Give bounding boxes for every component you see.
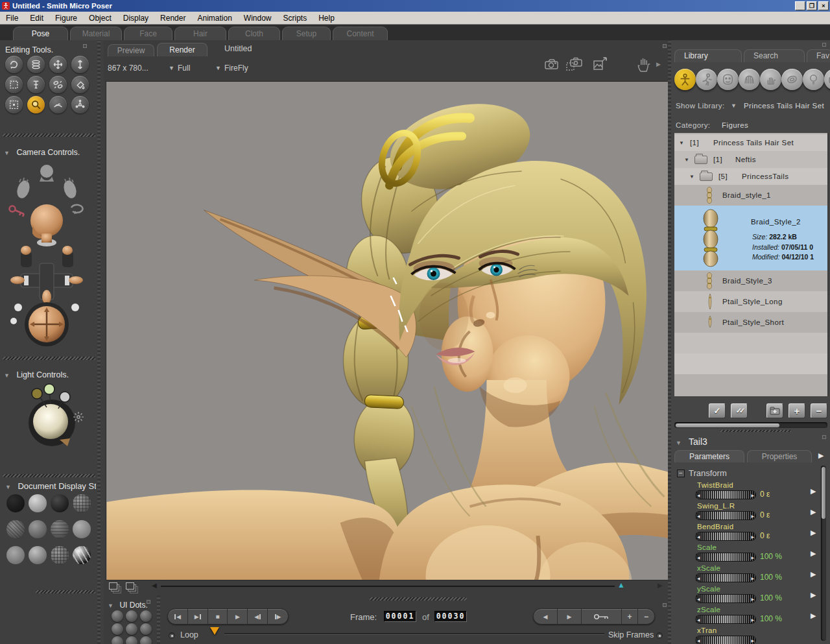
panel-widget-icon[interactable] xyxy=(663,603,667,607)
category-cameras-icon[interactable] xyxy=(824,69,830,90)
sun-icon[interactable] xyxy=(73,411,84,423)
camera-controls-header[interactable]: ▼ Camera Controls. xyxy=(4,146,80,158)
prev-key-button[interactable]: ◀ xyxy=(534,609,558,624)
camera-controls-cluster[interactable] xyxy=(6,161,94,352)
menu-window[interactable]: Window xyxy=(238,14,278,23)
param-dial[interactable]: ◀▶ xyxy=(696,532,755,540)
playback-rate-marker[interactable] xyxy=(210,627,219,635)
total-frames-field[interactable]: 00030 xyxy=(434,611,467,622)
tracking-icon[interactable] xyxy=(126,582,134,590)
param-dial[interactable]: ◀▶ xyxy=(696,636,755,644)
style-flat-lined[interactable] xyxy=(51,520,69,538)
ui-dot-8[interactable] xyxy=(126,636,137,644)
panel-divider[interactable] xyxy=(97,40,101,644)
skip-frames-radio[interactable] xyxy=(656,632,663,639)
param-dial[interactable]: ◀▶ xyxy=(696,574,755,582)
category-poses-icon[interactable] xyxy=(696,69,717,90)
category-hands-icon[interactable] xyxy=(760,69,781,90)
style-hidden-line[interactable] xyxy=(73,494,91,512)
param-value[interactable]: 100 % xyxy=(760,614,782,623)
panel-widget-icon[interactable] xyxy=(822,435,826,439)
tab-overflow-arrow[interactable]: ▶ xyxy=(818,451,824,460)
param-value[interactable]: 0 ε xyxy=(760,531,770,540)
param-menu-arrow[interactable]: ▶ xyxy=(811,591,816,599)
category-hair-icon[interactable] xyxy=(739,69,760,90)
panel-separator[interactable] xyxy=(3,134,95,137)
tool-taper[interactable] xyxy=(27,76,45,93)
add-to-library-button[interactable]: + xyxy=(788,403,805,418)
param-dial[interactable]: ◀▶ xyxy=(696,512,755,519)
param-dial[interactable]: ◀▶ xyxy=(696,595,755,602)
apply-all-button[interactable]: ✓✓ xyxy=(731,403,748,418)
style-texture-shaded[interactable] xyxy=(73,546,91,564)
scrollbar-thumb[interactable] xyxy=(676,423,779,427)
panel-widget-icon[interactable] xyxy=(663,44,667,48)
tab-search[interactable]: Search xyxy=(744,49,805,62)
tool-grouping[interactable] xyxy=(5,96,23,113)
param-value[interactable]: 100 % xyxy=(760,552,782,561)
render-viewport[interactable] xyxy=(106,81,669,580)
param-menu-arrow[interactable]: ▶ xyxy=(811,487,816,495)
style-cartoon[interactable] xyxy=(73,520,91,538)
timeline-marker[interactable]: ▲ xyxy=(617,580,625,590)
list-item-ptail-short[interactable]: Ptail_Style_Short xyxy=(674,312,829,333)
panel-widget-icon[interactable] xyxy=(822,43,826,47)
timeline-scrub-track[interactable] xyxy=(161,586,615,587)
remove-from-library-button[interactable]: − xyxy=(811,403,827,418)
minimize-button[interactable]: _ xyxy=(795,1,805,10)
play-button[interactable]: ▶ xyxy=(228,609,248,624)
renderer-dropdown[interactable]: FireFly xyxy=(224,64,248,73)
ui-dot-1[interactable] xyxy=(112,610,123,622)
menu-animation[interactable]: Animation xyxy=(191,14,237,23)
style-smooth-lined[interactable] xyxy=(51,546,69,564)
list-item-braid-style-3[interactable]: Braid_Style_3 xyxy=(674,270,829,291)
style-flat-shaded[interactable] xyxy=(29,520,47,538)
collapse-arrow-icon[interactable]: ▼ xyxy=(679,140,684,146)
next-key-button[interactable]: ▶ xyxy=(558,609,582,624)
first-frame-button[interactable]: ◀ xyxy=(168,609,188,624)
param-dial[interactable]: ◀▶ xyxy=(696,553,755,561)
show-library-dropdown[interactable]: Princess Tails Hair Set xyxy=(744,102,824,110)
tree-row-princesstails[interactable]: ▼ [5] PrincessTails xyxy=(674,168,829,185)
pan-hand-icon[interactable] xyxy=(637,56,651,73)
panel-separator[interactable] xyxy=(36,590,95,593)
ui-dot-3[interactable] xyxy=(140,610,152,622)
collapse-arrow-icon[interactable]: ▼ xyxy=(676,440,682,446)
tool-translate-pull[interactable] xyxy=(49,56,67,73)
param-value[interactable]: 0 ε xyxy=(760,490,770,499)
tool-direct-manipulation[interactable] xyxy=(71,96,89,113)
param-menu-arrow[interactable]: ▶ xyxy=(811,529,816,537)
tool-color[interactable] xyxy=(71,76,89,93)
param-value[interactable]: 0 ε xyxy=(760,510,770,519)
loop-radio[interactable] xyxy=(169,632,175,639)
actor-name[interactable]: Tail3 xyxy=(689,436,707,447)
menu-object[interactable]: Object xyxy=(83,14,117,23)
panel-separator[interactable] xyxy=(3,474,95,477)
apply-library-item-button[interactable]: ✓ xyxy=(709,403,726,418)
tab-hair[interactable]: Hair xyxy=(174,27,226,40)
ui-dot-6[interactable] xyxy=(140,623,152,635)
collapse-arrow-icon[interactable]: ▼ xyxy=(684,157,689,163)
param-dial[interactable]: ◀▶ xyxy=(696,615,755,623)
rate-slider-track[interactable] xyxy=(224,633,604,634)
param-value[interactable]: 100 % xyxy=(760,573,782,582)
tab-cloth[interactable]: Cloth xyxy=(228,27,280,40)
tab-favorites[interactable]: Fav xyxy=(807,49,830,62)
style-outline[interactable] xyxy=(29,494,47,512)
current-frame-field[interactable]: 00001 xyxy=(384,611,416,622)
style-smooth-shaded[interactable] xyxy=(29,546,47,564)
tab-library[interactable]: Library xyxy=(674,49,742,62)
tab-pose[interactable]: Pose xyxy=(13,27,68,40)
tree-row-hairset[interactable]: ▼ [1] Princess Tails Hair Set xyxy=(674,134,829,151)
panel-widget-icon[interactable] xyxy=(147,600,150,604)
tab-content[interactable]: Content xyxy=(333,27,388,40)
panel-widget-icon[interactable] xyxy=(83,44,87,48)
tree-row-neftis[interactable]: ▼ [1] Neftis xyxy=(674,151,829,168)
delete-keyframe-button[interactable]: − xyxy=(638,609,654,624)
ui-dot-4[interactable] xyxy=(112,623,123,635)
tab-properties[interactable]: Properties xyxy=(747,450,812,462)
ui-dots-header[interactable]: ▼ UI Dots. xyxy=(108,599,148,610)
param-menu-arrow[interactable]: ▶ xyxy=(811,508,816,516)
edit-keyframes-button[interactable] xyxy=(582,609,622,624)
depth-cue-icon[interactable] xyxy=(109,582,117,590)
